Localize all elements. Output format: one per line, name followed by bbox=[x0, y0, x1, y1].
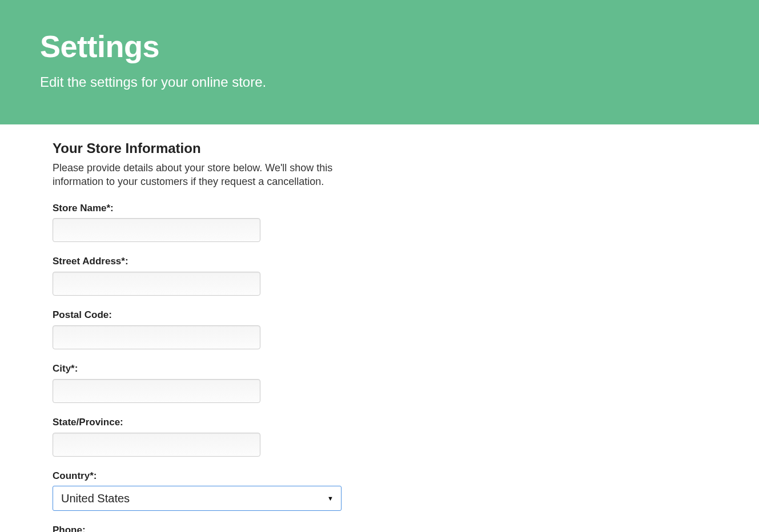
form-group-city: City*: bbox=[53, 362, 411, 403]
page-title: Settings bbox=[40, 29, 719, 64]
city-label: City*: bbox=[53, 362, 132, 376]
header-banner: Settings Edit the settings for your onli… bbox=[0, 0, 759, 124]
store-name-input[interactable] bbox=[53, 218, 260, 242]
section-title: Your Store Information bbox=[53, 140, 411, 156]
country-label: Country*: bbox=[53, 469, 132, 483]
section-description: Please provide details about your store … bbox=[53, 161, 350, 189]
form-group-street-address: Street Address*: bbox=[53, 255, 411, 296]
form-group-phone: Phone: bbox=[53, 523, 411, 532]
form-group-store-name: Store Name*: bbox=[53, 201, 411, 243]
street-address-input[interactable] bbox=[53, 272, 260, 296]
postal-code-label: Postal Code: bbox=[53, 308, 132, 322]
form-group-postal-code: Postal Code: bbox=[53, 308, 411, 349]
street-address-label: Street Address*: bbox=[53, 255, 132, 268]
city-input[interactable] bbox=[53, 379, 260, 403]
page-subtitle: Edit the settings for your online store. bbox=[40, 74, 719, 90]
store-name-label: Store Name*: bbox=[53, 201, 132, 215]
country-select-wrapper: United States ▼ bbox=[53, 486, 342, 511]
postal-code-input[interactable] bbox=[53, 325, 260, 349]
state-province-label: State/Province: bbox=[53, 416, 132, 429]
country-select[interactable]: United States bbox=[53, 486, 342, 511]
form-group-country: Country*: United States ▼ bbox=[53, 469, 411, 511]
form-group-state-province: State/Province: bbox=[53, 416, 411, 457]
phone-label: Phone: bbox=[53, 523, 132, 532]
content-area: Your Store Information Please provide de… bbox=[0, 124, 411, 532]
state-province-input[interactable] bbox=[53, 433, 260, 457]
